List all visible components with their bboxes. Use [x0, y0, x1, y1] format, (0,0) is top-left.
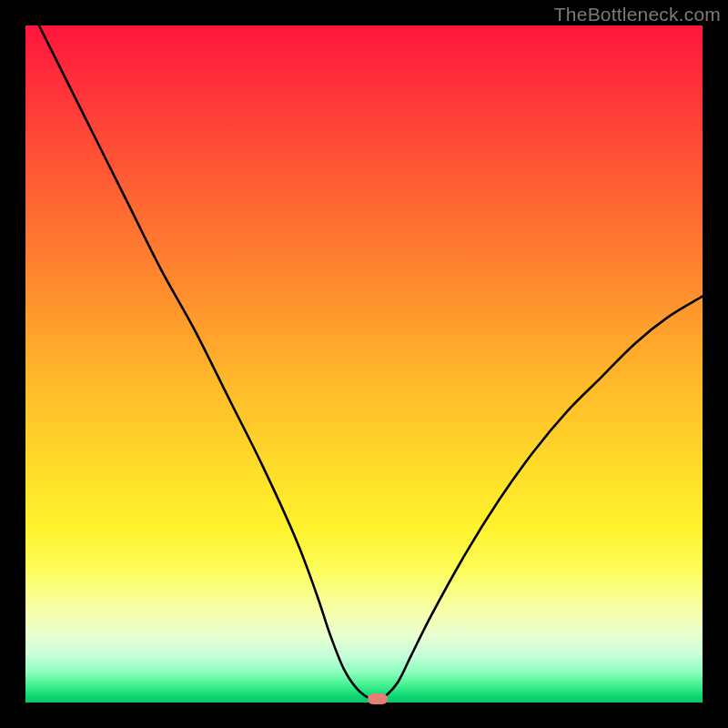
optimum-marker	[368, 693, 388, 704]
chart-frame: TheBottleneck.com	[0, 0, 728, 728]
bottleneck-curve	[25, 25, 703, 703]
watermark-text: TheBottleneck.com	[554, 4, 721, 25]
chart-plot-area	[25, 25, 703, 703]
